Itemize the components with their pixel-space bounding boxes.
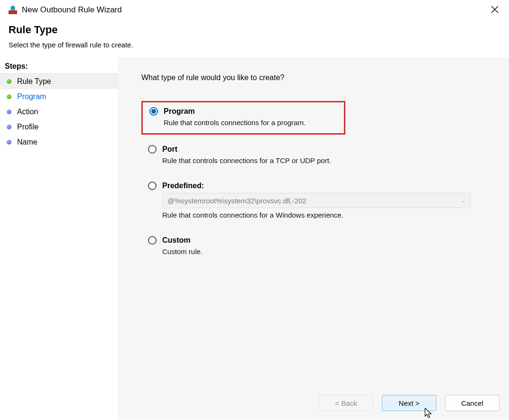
option-program-desc: Rule that controls connections for a pro… — [164, 119, 337, 127]
option-program[interactable]: Program Rule that controls connections f… — [141, 101, 345, 135]
step-label: Name — [17, 138, 37, 146]
option-predefined-desc: Rule that controls connections for a Win… — [162, 211, 474, 219]
question-text: What type of rule would you like to crea… — [141, 73, 509, 82]
steps-sidebar: Steps: Rule Type Program Action Profile … — [0, 57, 119, 420]
header: Rule Type Select the type of firewall ru… — [0, 19, 509, 57]
option-custom-desc: Custom rule. — [162, 247, 474, 256]
step-action[interactable]: Action — [0, 104, 118, 119]
option-custom-title: Custom — [162, 236, 191, 245]
step-bullet-icon — [7, 94, 11, 99]
cancel-button[interactable]: Cancel — [445, 395, 500, 411]
next-button[interactable]: Next > — [382, 395, 436, 411]
step-label: Action — [17, 108, 38, 116]
option-custom[interactable]: Custom Custom rule. — [141, 231, 481, 262]
step-bullet-icon — [7, 110, 11, 114]
close-button[interactable] — [486, 4, 503, 17]
step-bullet-icon — [7, 125, 11, 129]
step-label: Rule Type — [17, 77, 51, 86]
step-label: Profile — [17, 123, 38, 131]
step-label: Program — [17, 92, 46, 101]
option-predefined-title: Predefined: — [162, 182, 204, 190]
step-program[interactable]: Program — [0, 89, 118, 104]
step-bullet-icon — [7, 140, 11, 145]
option-port-title: Port — [162, 145, 177, 154]
step-name[interactable]: Name — [0, 135, 118, 150]
radio-predefined[interactable] — [148, 182, 157, 190]
option-port-desc: Rule that controls connections for a TCP… — [162, 156, 474, 164]
back-button: < Back — [319, 395, 373, 411]
radio-port[interactable] — [148, 145, 157, 154]
page-title: Rule Type — [9, 24, 509, 36]
option-predefined[interactable]: Predefined: @%systemroot%\system32\provs… — [141, 177, 481, 226]
page-subtitle: Select the type of firewall rule to crea… — [9, 41, 509, 49]
steps-heading: Steps: — [0, 59, 118, 74]
titlebar: New Outbound Rule Wizard — [0, 0, 509, 19]
step-rule-type[interactable]: Rule Type — [0, 74, 118, 89]
step-profile[interactable]: Profile — [0, 119, 118, 135]
window-title: New Outbound Rule Wizard — [22, 5, 486, 15]
firewall-icon — [9, 6, 17, 14]
step-bullet-icon — [7, 79, 11, 84]
predefined-dropdown-value: @%systemroot%\system32\provsvc.dll,-202 — [167, 197, 306, 205]
option-port[interactable]: Port Rule that controls connections for … — [141, 140, 481, 171]
predefined-dropdown: @%systemroot%\system32\provsvc.dll,-202 … — [162, 193, 471, 208]
rule-type-options: Program Rule that controls connections f… — [141, 101, 509, 262]
radio-program[interactable] — [149, 107, 158, 116]
svg-rect-2 — [9, 12, 17, 12]
radio-custom[interactable] — [148, 236, 157, 245]
chevron-down-icon: ⌄ — [461, 197, 465, 204]
main-panel: What type of rule would you like to crea… — [119, 57, 509, 420]
option-program-title: Program — [164, 107, 195, 116]
wizard-footer: < Back Next > Cancel — [319, 395, 500, 411]
